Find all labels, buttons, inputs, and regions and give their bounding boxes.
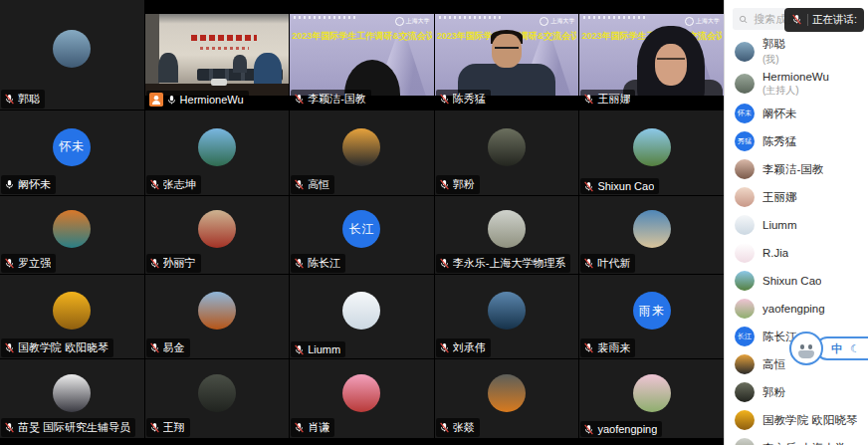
participant-tile[interactable]: 郭粉 xyxy=(435,111,579,195)
member-text: Shixun Cao xyxy=(762,275,821,287)
member-avatar xyxy=(735,42,755,62)
avatar xyxy=(488,374,526,412)
participant-tile[interactable]: 怀未 阚怀未 xyxy=(0,111,144,195)
member-avatar xyxy=(735,438,755,445)
mic-muted-icon xyxy=(294,344,305,355)
ime-moon-icon[interactable]: ☾ xyxy=(850,343,860,354)
university-logo-icon xyxy=(395,17,404,26)
member-list-item[interactable]: 郭粉 xyxy=(725,378,868,406)
member-name: R.Jia xyxy=(762,247,788,259)
participant-tile[interactable]: 孙丽宁 xyxy=(145,196,290,274)
member-text: 李颖洁-国教 xyxy=(762,162,823,177)
avatar xyxy=(53,210,91,248)
participant-tile[interactable]: 高恒 xyxy=(290,111,434,195)
member-list-item[interactable]: Shixun Cao xyxy=(725,267,868,295)
participant-tile[interactable]: yaofengping xyxy=(579,359,724,438)
vbg-title-text: 2023年国际学生工作调研&交流会议 xyxy=(292,30,432,43)
participant-tile[interactable]: 刘承伟 xyxy=(435,275,579,358)
participant-tile[interactable]: 李永乐-上海大学物理系 xyxy=(435,196,579,274)
member-text: yaofengping xyxy=(762,303,825,315)
member-list-item[interactable]: 郭聪(我) xyxy=(725,36,868,68)
participant-tile[interactable]: 国教学院 欧阳晓琴 xyxy=(0,275,144,358)
participant-tile[interactable]: 王翔 xyxy=(145,359,290,438)
avatar xyxy=(342,374,380,412)
video-letterbox xyxy=(145,14,290,96)
participant-tile[interactable]: 苗旻 国际研究生辅导员 xyxy=(0,359,144,438)
virtual-background: 上海大学 2023年国际学生工作调研&交流会议 xyxy=(290,14,434,96)
member-list-item[interactable]: 王丽娜 xyxy=(725,183,868,211)
member-list-item[interactable]: yaofengping xyxy=(725,295,868,323)
participant-tile[interactable]: 郭聪 xyxy=(0,0,144,110)
member-name: HermioneWu xyxy=(762,71,829,83)
participant-tile[interactable]: 上海大学 2023年国际学生工作调研&交流会议 陈秀猛 xyxy=(435,0,579,110)
university-logo: 上海大学 xyxy=(540,17,574,26)
glasses xyxy=(657,58,685,66)
person-silhouette xyxy=(158,53,178,83)
ime-toolbar[interactable]: 中 ☾ ‥ xyxy=(789,332,868,365)
university-logo: 上海大学 xyxy=(395,17,430,26)
ime-eye-left xyxy=(800,344,804,349)
participant-tile[interactable]: 叶代新 xyxy=(579,196,724,274)
participant-tile[interactable]: 上海大学 2023年国际学生工作调研&交流会议 王丽娜 xyxy=(579,0,724,110)
participant-tile[interactable]: 肖谦 xyxy=(290,359,434,438)
participant-name-label: 张志坤 xyxy=(146,175,201,194)
member-list-item[interactable]: R.Jia xyxy=(725,239,868,267)
participant-name-label: 裴雨来 xyxy=(580,338,635,357)
avatar xyxy=(53,292,91,330)
participant-tile[interactable]: 易金 xyxy=(145,275,290,358)
mic-muted-icon xyxy=(439,342,450,353)
participant-name-label: 李颖洁-国教 xyxy=(291,90,371,109)
member-avatar xyxy=(735,299,755,319)
participant-tile[interactable]: 张志坤 xyxy=(145,111,290,195)
mic-on-icon xyxy=(166,95,177,106)
member-list-item[interactable]: 李永乐-上海大学物理系 xyxy=(725,434,868,445)
participant-name-label: 张燚 xyxy=(436,418,480,437)
host-badge-icon xyxy=(149,93,163,107)
projector xyxy=(211,79,227,86)
member-list-item[interactable]: 李颖洁-国教 xyxy=(725,155,868,183)
member-avatar: 长江 xyxy=(735,327,755,346)
participant-tile[interactable]: HermioneWu xyxy=(145,0,290,110)
participant-tile[interactable]: 罗立强 xyxy=(0,196,144,274)
person-silhouette xyxy=(233,55,247,73)
participant-name-label: 阚怀未 xyxy=(1,175,56,194)
participant-name-label: 叶代新 xyxy=(580,254,635,273)
participant-name: 叶代新 xyxy=(597,256,630,271)
member-list-item[interactable]: 国教学院 欧阳晓琴 xyxy=(725,406,868,434)
virtual-background: 上海大学 2023年国际学生工作调研&交流会议 xyxy=(435,14,579,96)
participant-name: 孙丽宁 xyxy=(163,256,196,271)
member-list-item[interactable]: HermioneWu(主持人) xyxy=(725,68,868,100)
member-list-item[interactable]: 怀未阚怀未 xyxy=(725,100,868,127)
avatar xyxy=(633,128,671,166)
participant-name: 裴雨来 xyxy=(597,340,630,355)
participant-tile[interactable]: Liumm xyxy=(290,275,434,358)
participant-tile[interactable]: 张燚 xyxy=(435,359,579,438)
avatar xyxy=(198,128,236,166)
participant-tile[interactable]: 上海大学 2023年国际学生工作调研&交流会议 李颖洁-国教 xyxy=(290,0,434,110)
member-name: 郭粉 xyxy=(762,385,785,400)
video-letterbox: 上海大学 2023年国际学生工作调研&交流会议 xyxy=(290,14,434,96)
university-logo-icon xyxy=(685,17,694,26)
ime-mode-button[interactable]: 中 xyxy=(831,343,842,354)
participant-name: 国教学院 欧阳晓琴 xyxy=(18,340,108,355)
mic-muted-icon xyxy=(149,342,160,353)
avatar xyxy=(488,292,526,330)
member-name: 陈秀猛 xyxy=(762,134,797,149)
mic-muted-icon xyxy=(149,258,160,269)
member-text: 郭聪(我) xyxy=(762,37,785,67)
member-name: 高恒 xyxy=(762,357,785,372)
participant-name: 刘承伟 xyxy=(453,340,486,355)
member-list-item[interactable]: 秀猛陈秀猛 xyxy=(725,127,868,155)
member-text: 高恒 xyxy=(762,357,785,372)
participant-name: 陈长江 xyxy=(308,256,340,271)
mic-muted-icon xyxy=(439,422,450,433)
participant-tile[interactable]: 长江 陈长江 xyxy=(290,196,434,274)
member-list-item[interactable]: Liumm xyxy=(725,211,868,239)
participant-tile[interactable]: Shixun Cao xyxy=(579,111,724,195)
participant-name-label: 王丽娜 xyxy=(580,90,635,109)
vbg-topbar xyxy=(439,16,503,19)
ime-assistant-icon[interactable] xyxy=(789,332,823,365)
participant-tile[interactable]: 雨来 裴雨来 xyxy=(579,275,724,358)
participant-name: 王翔 xyxy=(163,420,185,435)
meeting-main-stage: 郭聪 HermioneWu 上海大学 2023年国际学生工作调研&交流会议 李颖… xyxy=(0,0,724,445)
